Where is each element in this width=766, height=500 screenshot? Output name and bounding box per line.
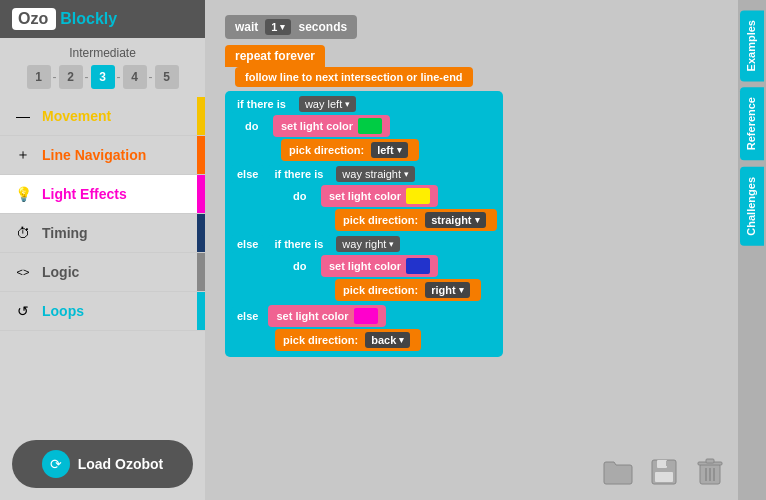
dir-right-dropdown[interactable]: right — [425, 282, 469, 298]
svg-rect-3 — [666, 461, 669, 466]
else-label-2: else — [231, 235, 264, 253]
if-there-label-3: if there is — [268, 235, 329, 253]
set-light-4[interactable]: set light color — [268, 305, 385, 327]
sidebar: Ozo Blockly Intermediate 1 - 2 - 3 - 4 -… — [0, 0, 205, 500]
wait-label: wait — [235, 20, 258, 34]
else-if-right-row: else if there is way right — [231, 235, 497, 253]
reference-tab[interactable]: Reference — [740, 87, 764, 160]
follow-line-block[interactable]: follow line to next intersection or line… — [235, 67, 473, 87]
timing-icon: ⏱ — [12, 222, 34, 244]
step-5[interactable]: 5 — [155, 65, 179, 89]
else-label-1: else — [231, 165, 264, 183]
svg-rect-6 — [706, 459, 714, 463]
loops-label: Loops — [42, 303, 84, 319]
light-color-bar — [197, 175, 205, 213]
else-label-3: else — [231, 307, 264, 325]
pick-dir-3[interactable]: pick direction: right — [335, 279, 481, 301]
folder-button[interactable] — [600, 454, 636, 490]
loops-color-bar — [197, 292, 205, 330]
way-straight-dropdown[interactable]: way straight — [336, 166, 415, 182]
light-color-swatch-1 — [358, 118, 382, 134]
if-label-1: if there is — [231, 95, 292, 113]
nav-line-navigation[interactable]: ＋ Line Navigation — [0, 136, 205, 175]
nav-light-effects[interactable]: 💡 Light Effects — [0, 175, 205, 214]
if-way-left-container: if there is way left do set light color … — [225, 91, 503, 357]
repeat-forever-block[interactable]: repeat forever — [225, 45, 325, 67]
svg-rect-1 — [657, 460, 667, 468]
movement-color-bar — [197, 97, 205, 135]
dir-back-dropdown[interactable]: back — [365, 332, 410, 348]
right-tab-panel: Examples Reference Challenges — [738, 0, 766, 500]
load-ozobot-button[interactable]: ⟳ Load Ozobot — [12, 440, 193, 488]
timing-label: Timing — [42, 225, 88, 241]
dir-left-dropdown[interactable]: left — [371, 142, 408, 158]
else-if-straight-row: else if there is way straight — [231, 165, 497, 183]
level-steps: 1 - 2 - 3 - 4 - 5 — [25, 65, 181, 89]
light-color-swatch-3 — [406, 258, 430, 274]
set-light-3[interactable]: set light color — [321, 255, 438, 277]
set-light-1[interactable]: set light color — [273, 115, 390, 137]
logic-icon: <> — [12, 261, 34, 283]
delete-button[interactable] — [692, 454, 728, 490]
nav-movement[interactable]: — Movement — [0, 97, 205, 136]
do-label-1: do — [239, 117, 264, 135]
set-light-2[interactable]: set light color — [321, 185, 438, 207]
line-nav-label: Line Navigation — [42, 147, 146, 163]
level-label: Intermediate — [69, 46, 136, 60]
load-ozobot-icon: ⟳ — [42, 450, 70, 478]
line-nav-icon: ＋ — [12, 144, 34, 166]
movement-icon: — — [12, 105, 34, 127]
do-label-2: do — [287, 187, 312, 205]
light-color-swatch-2 — [406, 188, 430, 204]
wait-block[interactable]: wait 1 seconds — [225, 15, 357, 39]
level-area: Intermediate 1 - 2 - 3 - 4 - 5 — [0, 38, 205, 97]
light-label: Light Effects — [42, 186, 127, 202]
timing-color-bar — [197, 214, 205, 252]
light-color-swatch-4 — [354, 308, 378, 324]
step-2[interactable]: 2 — [59, 65, 83, 89]
svg-rect-2 — [655, 472, 673, 482]
wait-value-dropdown[interactable]: 1 — [265, 19, 291, 35]
way-left-dropdown[interactable]: way left — [299, 96, 356, 112]
ozo-logo-box: Ozo — [12, 8, 56, 30]
seconds-label: seconds — [298, 20, 347, 34]
logic-label: Logic — [42, 264, 79, 280]
logo-area: Ozo Blockly — [0, 0, 205, 38]
challenges-tab[interactable]: Challenges — [740, 167, 764, 246]
nav-logic[interactable]: <> Logic — [0, 253, 205, 292]
dir-straight-dropdown[interactable]: straight — [425, 212, 485, 228]
load-ozobot-label: Load Ozobot — [78, 456, 164, 472]
pick-dir-1[interactable]: pick direction: left — [281, 139, 419, 161]
step-4[interactable]: 4 — [123, 65, 147, 89]
logic-color-bar — [197, 253, 205, 291]
line-color-bar — [197, 136, 205, 174]
bottom-toolbar — [600, 454, 728, 490]
pick-dir-4[interactable]: pick direction: back — [275, 329, 421, 351]
ozo-text: Ozo — [18, 10, 48, 27]
do-label-3: do — [287, 257, 312, 275]
if-there-label-2: if there is — [268, 165, 329, 183]
loops-icon: ↺ — [12, 300, 34, 322]
step-3[interactable]: 3 — [91, 65, 115, 89]
pick-dir-2[interactable]: pick direction: straight — [335, 209, 497, 231]
light-icon: 💡 — [12, 183, 34, 205]
nav-loops[interactable]: ↺ Loops — [0, 292, 205, 331]
save-button[interactable] — [646, 454, 682, 490]
blockly-text: Blockly — [60, 10, 117, 28]
block-workspace: wait 1 seconds repeat forever follow lin… — [225, 15, 503, 359]
step-1[interactable]: 1 — [27, 65, 51, 89]
examples-tab[interactable]: Examples — [740, 10, 764, 81]
way-right-dropdown[interactable]: way right — [336, 236, 400, 252]
nav-timing[interactable]: ⏱ Timing — [0, 214, 205, 253]
main-canvas: wait 1 seconds repeat forever follow lin… — [205, 0, 738, 500]
movement-label: Movement — [42, 108, 111, 124]
